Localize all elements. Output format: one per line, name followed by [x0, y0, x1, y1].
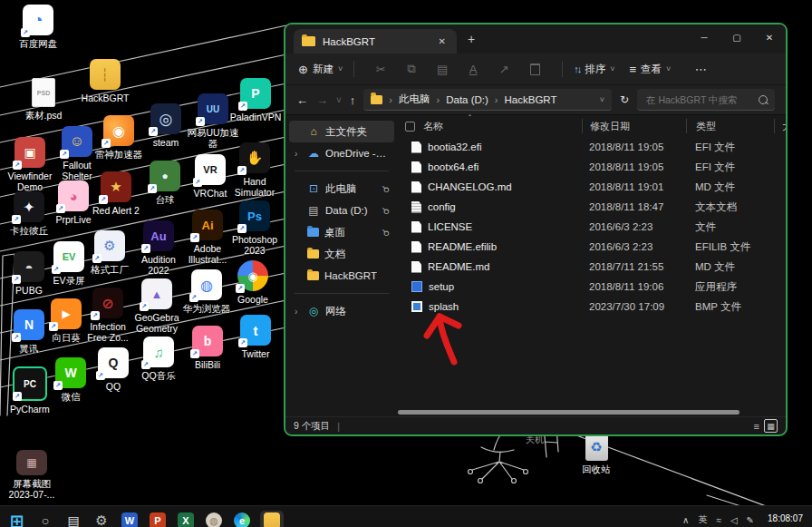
taskbar-settings-icon[interactable]: ⚙	[93, 512, 110, 527]
desktop-icon-baidu-netdisk[interactable]: ◔ 百度网盘	[9, 5, 67, 49]
forward-button[interactable]: →	[316, 93, 328, 107]
breadcrumb-data-d[interactable]: Data (D:)	[446, 94, 488, 105]
folder-icon	[307, 271, 319, 280]
text-file-icon	[411, 201, 421, 213]
folder-icon	[371, 95, 382, 104]
paste-button[interactable]: ▤	[427, 63, 458, 76]
recent-locations-button[interactable]: ˅	[336, 95, 342, 105]
column-header-type[interactable]: 类型	[686, 119, 774, 133]
new-button[interactable]: ⊕ 新建 ˅	[298, 63, 343, 76]
breadcrumb-hackbgrt[interactable]: HackBGRT	[505, 94, 557, 105]
table-row[interactable]: setup 2018/8/11 19:06 应用程序	[398, 277, 786, 297]
maximize-button[interactable]: ▢	[720, 24, 753, 50]
minimize-button[interactable]: ─	[688, 24, 720, 50]
horizontal-scrollbar[interactable]	[398, 409, 786, 416]
address-dropdown-icon[interactable]: ˅	[600, 95, 604, 104]
rename-button[interactable]: A	[458, 63, 488, 76]
file-icon	[411, 142, 421, 153]
table-row[interactable]: splash 2023/7/30 17:09 BMP 文件	[398, 297, 786, 317]
view-button[interactable]: ≡ 查看 ˅	[629, 63, 671, 76]
column-header-name[interactable]: 名称	[398, 119, 582, 133]
desktop-icon-kalabiqiu[interactable]: ✦ 卡拉彼丘	[0, 191, 58, 236]
file-icon	[411, 241, 421, 253]
table-row[interactable]: config 2018/8/11 18:47 文本文档	[398, 197, 786, 217]
column-header-date-modified[interactable]: 修改日期	[582, 119, 686, 133]
refresh-button[interactable]: ↻	[620, 93, 629, 106]
desktop-icon-hackbgrt-folder[interactable]: ┆ HackBGRT	[76, 59, 134, 103]
tab-close-icon[interactable]: ✕	[436, 36, 449, 46]
details-view-button[interactable]: ≡	[754, 421, 759, 432]
infection-free-zone-icon: ⊘	[92, 288, 123, 318]
tray-chevron-up-icon[interactable]: ∧	[682, 515, 689, 525]
up-button[interactable]: ↑	[350, 93, 356, 107]
pen-icon[interactable]: ✎	[747, 515, 754, 525]
sidebar-item-network[interactable]: › ◎ 网络	[289, 300, 394, 322]
sidebar-item-hackbgrt[interactable]: HackBGRT	[289, 265, 394, 287]
start-button[interactable]: ⊞	[9, 512, 25, 527]
table-row[interactable]: bootia32.efi 2018/8/11 19:05 EFI 文件	[398, 137, 786, 157]
new-tab-button[interactable]: +	[468, 32, 475, 46]
taskbar-notepad-icon[interactable]: ▤	[65, 512, 82, 527]
taskbar-search-icon[interactable]: ○	[37, 512, 53, 527]
volume-icon[interactable]: ◁	[730, 515, 738, 525]
pin-icon: ⚲	[380, 183, 392, 195]
chevron-right-icon[interactable]: ›	[295, 149, 302, 159]
sidebar-item-onedrive[interactable]: › ☁ OneDrive - Person	[289, 142, 394, 164]
sidebar-item-home[interactable]: ⌂ 主文件夹	[289, 121, 394, 142]
large-icons-view-button[interactable]: ▦	[764, 419, 778, 433]
network-icon[interactable]: ≈	[716, 515, 721, 525]
column-header-size[interactable]: 大小	[774, 119, 786, 133]
clock[interactable]: 18:08:07	[768, 513, 803, 523]
taskbar-word-icon[interactable]: W	[121, 512, 138, 527]
select-all-checkbox[interactable]	[405, 122, 415, 132]
cut-button[interactable]: ✂	[365, 63, 396, 76]
view-icon: ≡	[629, 63, 636, 76]
taskbar-powerpoint-icon[interactable]: P	[150, 512, 166, 527]
table-row[interactable]: bootx64.efi 2018/8/11 19:05 EFI 文件	[398, 157, 786, 177]
taskbar-browser-icon[interactable]: ◍	[206, 512, 222, 527]
desktop-icon-label: steam	[153, 137, 179, 148]
table-row[interactable]: LICENSE 2016/6/3 2:23 文件	[398, 217, 786, 237]
breadcrumb-this-pc[interactable]: 此电脑	[399, 93, 430, 106]
hand-simulator-icon: ✋	[239, 142, 270, 173]
desktop-icon-label: PrprLive	[55, 214, 91, 225]
desktop-icon-yixun[interactable]: N 翼讯	[0, 309, 58, 354]
ime-indicator[interactable]: 英	[698, 513, 707, 526]
baidu-netdisk-icon: ◔	[23, 5, 53, 35]
taskbar-edge-icon[interactable]: e	[234, 512, 250, 527]
close-button[interactable]: ✕	[753, 24, 786, 50]
desktop-icon-huawei-browser[interactable]: ◍ 华为浏览器	[178, 269, 236, 314]
table-row[interactable]: README.md 2018/7/11 21:55 MD 文件	[398, 257, 786, 277]
search-input[interactable]	[644, 93, 759, 106]
taskbar-file-explorer-active[interactable]	[260, 511, 284, 527]
viewfinder-demo-icon: ▣	[14, 137, 45, 168]
desktop-icon-psd-file[interactable]: PSD 素材.psd	[14, 78, 72, 121]
recycle-bin-icon: ♻	[585, 433, 608, 461]
tab-hackbgrt[interactable]: HackBGRT ✕	[294, 29, 457, 54]
search-box[interactable]	[637, 89, 775, 111]
desktop-icon-screenshot-file[interactable]: ▦ 屏幕截图 2023-07-...	[3, 450, 61, 500]
table-row[interactable]: CHANGELOG.md 2018/8/11 19:01 MD 文件	[398, 177, 786, 197]
delete-button[interactable]	[530, 63, 540, 75]
desktop-icon-pycharm[interactable]: PC PyCharm	[1, 366, 59, 415]
desktop-icon-pubg[interactable]: ◓ PUBG	[0, 251, 58, 296]
sidebar-item-data-d[interactable]: ▤ Data (D:) ⚲	[289, 200, 394, 221]
copy-button[interactable]: ⧉	[396, 62, 427, 76]
share-button[interactable]: ↗	[488, 63, 519, 76]
desktop-icon-label: 屏幕截图 2023-07-...	[3, 478, 61, 500]
desktop-icon-recycle-bin[interactable]: ♻ 回收站	[567, 433, 625, 474]
table-row[interactable]: README.efilib 2016/6/3 2:23 EFILIB 文件	[398, 237, 786, 257]
breadcrumb[interactable]: › 此电脑 › Data (D:) › HackBGRT ˅	[363, 89, 612, 111]
chevron-right-icon[interactable]: ›	[295, 307, 302, 317]
sort-button[interactable]: ↑↓ 排序 ˅	[574, 63, 614, 76]
more-options-button[interactable]: ⋯	[685, 63, 716, 76]
sidebar-item-this-pc[interactable]: ⊡ 此电脑 ⚲	[289, 178, 394, 200]
scrollbar-thumb[interactable]	[398, 410, 740, 415]
sidebar-item-desktop[interactable]: 桌面 ⚲	[289, 221, 394, 243]
chevron-right-icon: ›	[495, 94, 498, 105]
billiards-icon: ●	[150, 161, 180, 191]
back-button[interactable]: ←	[296, 93, 308, 107]
sidebar-item-documents[interactable]: 文档	[289, 243, 394, 265]
steam-icon: ◎	[150, 103, 181, 134]
taskbar-excel-icon[interactable]: X	[178, 512, 194, 527]
